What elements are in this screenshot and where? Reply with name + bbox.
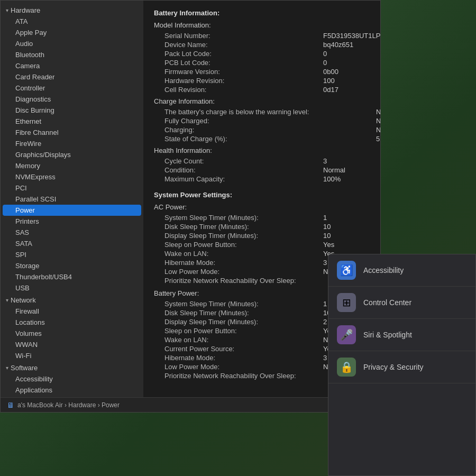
sidebar-item-ata[interactable]: ATA <box>1 16 143 27</box>
battery-section-title: Battery Information: <box>154 9 370 17</box>
sidebar-item-bluetooth[interactable]: Bluetooth <box>1 49 143 60</box>
state-of-charge-label: State of Charge (%): <box>154 135 376 143</box>
sidebar-item-fibre-channel[interactable]: Fibre Channel <box>1 127 143 138</box>
sys-prefs-control-center[interactable]: ⊞ Control Center <box>328 287 475 319</box>
device-name-label: Device Name: <box>154 41 323 49</box>
sidebar-item-pci[interactable]: PCI <box>1 182 143 194</box>
ac-hibernate-label: Hibernate Mode: <box>154 259 323 267</box>
health-info-title: Health Information: <box>154 147 370 154</box>
bat-system-sleep-label: System Sleep Timer (Minutes): <box>154 300 323 308</box>
serial-number-label: Serial Number: <box>154 32 323 40</box>
software-group-label: Software <box>11 364 38 372</box>
sidebar-item-power[interactable]: Power <box>3 205 141 216</box>
ac-disk-sleep-label: Disk Sleep Timer (Minutes): <box>154 223 323 231</box>
software-group: ▾ Software Accessibility Applications De… <box>1 362 143 397</box>
sidebar-item-volumes[interactable]: Volumes <box>1 328 143 339</box>
breadcrumb-path: a's MacBook Air › Hardware › Power <box>17 401 120 409</box>
cell-revision-row: Cell Revision: 0d17 <box>154 85 370 94</box>
sidebar: ▾ Hardware ATA Apple Pay Audio Bluetooth… <box>1 1 143 397</box>
sidebar-item-diagnostics[interactable]: Diagnostics <box>1 94 143 105</box>
max-capacity-label: Maximum Capacity: <box>154 175 323 183</box>
sidebar-item-controller[interactable]: Controller <box>1 83 143 94</box>
macbook-icon: 🖥 <box>7 401 14 409</box>
sidebar-item-printers[interactable]: Printers <box>1 216 143 227</box>
charging-label: Charging: <box>154 126 376 134</box>
max-capacity-value: 100% <box>323 175 341 183</box>
sys-prefs-accessibility[interactable]: ♿ Accessibility <box>328 254 475 287</box>
sidebar-item-disc-burning[interactable]: Disc Burning <box>1 105 143 116</box>
condition-row: Condition: Normal <box>154 166 370 175</box>
ac-system-sleep-label: System Sleep Timer (Minutes): <box>154 214 323 222</box>
hardware-group-header[interactable]: ▾ Hardware <box>1 5 143 16</box>
firmware-label: Firmware Version: <box>154 68 323 76</box>
charge-info-title: Charge Information: <box>154 97 370 105</box>
sidebar-item-firewall[interactable]: Firewall <box>1 306 143 317</box>
fully-charged-label: Fully Charged: <box>154 117 376 125</box>
sidebar-item-sata[interactable]: SATA <box>1 238 143 249</box>
state-of-charge-value: 52 <box>376 135 380 143</box>
network-group: ▾ Network Firewall Locations Volumes WWA… <box>1 295 143 361</box>
pcb-lot-value: 0 <box>323 59 327 67</box>
sidebar-item-wwan[interactable]: WWAN <box>1 339 143 350</box>
cycle-count-row: Cycle Count: 3 <box>154 157 370 166</box>
privacy-security-label: Privacy & Security <box>363 363 424 371</box>
sidebar-item-thunderbolt-usb4[interactable]: Thunderbolt/USB4 <box>1 271 143 282</box>
hardware-chevron-icon: ▾ <box>6 7 8 13</box>
sys-prefs-panel: ♿ Accessibility ⊞ Control Center 🎤 Siri … <box>328 254 476 476</box>
sidebar-item-storage[interactable]: Storage <box>1 260 143 271</box>
sidebar-item-ethernet[interactable]: Ethernet <box>1 116 143 127</box>
ac-system-sleep-value: 1 <box>323 214 327 222</box>
bat-hibernate-label: Hibernate Mode: <box>154 354 323 362</box>
siri-spotlight-icon: 🎤 <box>337 325 356 344</box>
sidebar-item-audio[interactable]: Audio <box>1 38 143 49</box>
sidebar-item-locations[interactable]: Locations <box>1 317 143 328</box>
sidebar-item-usb[interactable]: USB <box>1 282 143 294</box>
sidebar-item-graphics-displays[interactable]: Graphics/Displays <box>1 149 143 160</box>
pcb-lot-row: PCB Lot Code: 0 <box>154 58 370 67</box>
charging-row: Charging: No <box>154 125 370 134</box>
serial-number-value: F5D319538UT1LPF62 <box>323 32 380 40</box>
ac-sleep-power-row: Sleep on Power Button: Yes <box>154 240 370 249</box>
sidebar-item-parallel-scsi[interactable]: Parallel SCSI <box>1 194 143 205</box>
cycle-count-label: Cycle Count: <box>154 157 323 165</box>
ac-power-title: AC Power: <box>154 203 370 211</box>
state-of-charge-row: State of Charge (%): 52 <box>154 134 370 143</box>
software-chevron-icon: ▾ <box>6 365 8 371</box>
sidebar-item-apple-pay[interactable]: Apple Pay <box>1 27 143 38</box>
sidebar-item-camera[interactable]: Camera <box>1 60 143 71</box>
model-info-title: Model Information: <box>154 21 370 29</box>
fully-charged-value: No <box>376 117 380 125</box>
system-info-window: ▾ Hardware ATA Apple Pay Audio Bluetooth… <box>0 0 381 413</box>
pack-lot-row: Pack Lot Code: 0 <box>154 49 370 58</box>
network-chevron-icon: ▾ <box>6 297 8 303</box>
hardware-group-label: Hardware <box>11 6 40 14</box>
ac-hibernate-value: 3 <box>323 259 327 267</box>
accessibility-icon: ♿ <box>337 261 356 280</box>
hardware-revision-value: 100 <box>323 77 335 85</box>
sidebar-item-applications[interactable]: Applications <box>1 385 143 396</box>
sidebar-item-sas[interactable]: SAS <box>1 227 143 238</box>
ac-disk-sleep-row: Disk Sleep Timer (Minutes): 10 <box>154 222 370 231</box>
hardware-group: ▾ Hardware ATA Apple Pay Audio Bluetooth… <box>1 5 143 294</box>
sidebar-item-memory[interactable]: Memory <box>1 160 143 171</box>
sys-prefs-privacy-security[interactable]: 🔒 Privacy & Security <box>328 351 475 383</box>
sidebar-item-wifi[interactable]: Wi-Fi <box>1 350 143 361</box>
control-center-icon: ⊞ <box>337 293 356 312</box>
network-group-header[interactable]: ▾ Network <box>1 295 143 306</box>
pcb-lot-label: PCB Lot Code: <box>154 59 323 67</box>
sys-prefs-siri-spotlight[interactable]: 🎤 Siri & Spotlight <box>328 319 475 351</box>
privacy-security-icon: 🔒 <box>337 358 356 377</box>
below-warning-row: The battery's charge is below the warnin… <box>154 107 370 116</box>
breadcrumb-bar: 🖥 a's MacBook Air › Hardware › Power <box>1 397 380 412</box>
sidebar-item-card-reader[interactable]: Card Reader <box>1 71 143 83</box>
sidebar-item-firewire[interactable]: FireWire <box>1 138 143 149</box>
condition-label: Condition: <box>154 166 323 174</box>
sidebar-item-accessibility[interactable]: Accessibility <box>1 373 143 385</box>
firmware-row: Firmware Version: 0b00 <box>154 67 370 76</box>
ac-sleep-power-label: Sleep on Power Button: <box>154 241 323 249</box>
sidebar-item-nvmexpress[interactable]: NVMExpress <box>1 171 143 182</box>
power-section-title: System Power Settings: <box>154 191 370 199</box>
software-group-header[interactable]: ▾ Software <box>1 362 143 373</box>
network-group-label: Network <box>11 296 36 304</box>
sidebar-item-spi[interactable]: SPI <box>1 249 143 260</box>
